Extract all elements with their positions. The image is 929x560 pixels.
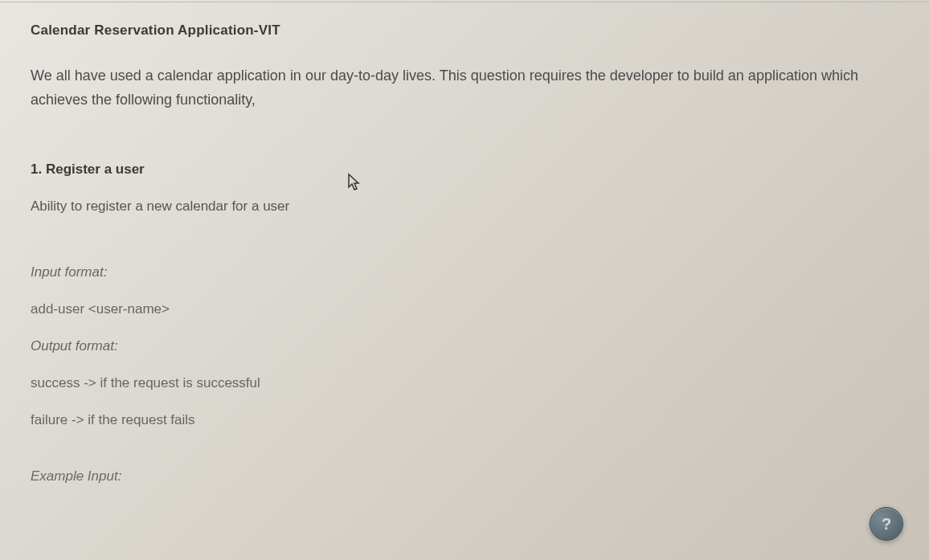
help-button[interactable]: ? [870, 507, 903, 541]
input-format-content: add-user <user-name> [31, 301, 898, 317]
section-description: Ability to register a new calendar for a… [31, 198, 898, 215]
output-format-label: Output format: [31, 338, 898, 354]
top-divider [0, 2, 929, 2]
page-title: Calendar Reservation Application-VIT [31, 22, 898, 39]
help-icon: ? [882, 515, 891, 533]
input-format-label: Input format: [31, 264, 898, 280]
output-failure-line: failure -> if the request fails [31, 412, 898, 428]
section-heading: 1. Register a user [31, 161, 898, 178]
example-input-label: Example Input: [31, 468, 898, 484]
output-success-line: success -> if the request is successful [31, 375, 898, 391]
intro-paragraph: We all have used a calendar application … [31, 64, 898, 112]
